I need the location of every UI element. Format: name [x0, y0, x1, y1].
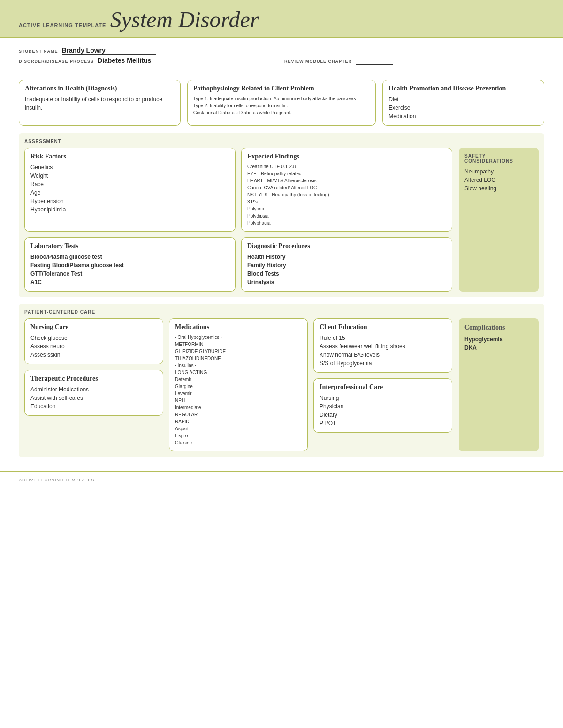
expected-findings-panel: Expected Findings Creatinine CHE 0.1-2.8…: [241, 148, 452, 232]
assessment-section: ASSESSMENT Risk Factors Genetics Weight …: [19, 133, 544, 297]
assessment-grid-area: Risk Factors Genetics Weight Race Age Hy…: [24, 148, 452, 292]
expected-findings-body: Creatinine CHE 0.1-2.8 EYE - Retinopathy…: [247, 163, 446, 226]
student-name-row: STUDENT NAME Brandy Lowry: [19, 46, 544, 55]
assessment-label: ASSESSMENT: [24, 139, 539, 144]
pcc-right-col: Client Education Rule of 15 Assess feet/…: [313, 318, 452, 451]
client-education-title: Client Education: [320, 323, 446, 331]
nursing-care-panel: Nursing Care Check glucose Assess neuro …: [24, 318, 163, 364]
nursing-care-title: Nursing Care: [30, 323, 157, 331]
risk-factors-panel: Risk Factors Genetics Weight Race Age Hy…: [24, 148, 236, 232]
disorder-row: DISORDER/DISEASE PROCESS Diabetes Mellit…: [19, 57, 544, 65]
complications-panel: Complications Hypoglycemia DKA: [459, 318, 539, 451]
pcc-top-row: Nursing Care Check glucose Assess neuro …: [24, 318, 452, 451]
student-name-value: Brandy Lowry: [62, 46, 156, 55]
medications-body: · Oral Hypoglycemics · METFORMIN GLIPIZI…: [175, 334, 302, 446]
assessment-bottom-row: Laboratory Tests Blood/Plasma glucose te…: [24, 237, 452, 292]
expected-findings-title: Expected Findings: [247, 153, 446, 160]
template-label: ACTIVE LEARNING TEMPLATE:: [19, 23, 108, 28]
alterations-panel: Alterations in Health (Diagnosis) Inadeq…: [19, 80, 181, 126]
health-promotion-panel: Health Promotion and Disease Prevention …: [382, 80, 544, 126]
health-promotion-body: Diet Exercise Medication: [388, 95, 538, 120]
pcc-grid-area: Nursing Care Check glucose Assess neuro …: [24, 318, 452, 451]
disorder-value: Diabetes Mellitus: [98, 57, 262, 65]
pcc-label: PATIENT-CENTERED CARE: [24, 309, 539, 315]
interprofessional-body: Nursing Physician Dietary PT/OT: [320, 394, 446, 428]
therapeutic-body: Administer Medications Assist with self-…: [30, 385, 157, 411]
pcc-left-col: Nursing Care Check glucose Assess neuro …: [24, 318, 163, 451]
medications-panel: Medications · Oral Hypoglycemics · METFO…: [169, 318, 308, 451]
student-name-label: STUDENT NAME: [19, 49, 58, 53]
diagnostic-panel: Diagnostic Procedures Health History Fam…: [241, 237, 452, 292]
header: ACTIVE LEARNING TEMPLATE: System Disorde…: [0, 0, 563, 38]
lab-tests-body: Blood/Plasma glucose test Fasting Blood/…: [30, 253, 229, 286]
pathophysiology-panel: Pathophysiology Related to Client Proble…: [187, 80, 376, 126]
medications-title: Medications: [175, 323, 302, 331]
student-info-section: STUDENT NAME Brandy Lowry DISORDER/DISEA…: [0, 38, 563, 72]
main-content: Alterations in Health (Diagnosis) Inadeq…: [0, 72, 563, 471]
alterations-title: Alterations in Health (Diagnosis): [25, 85, 175, 92]
complications-body: Hypoglycemia DKA: [464, 335, 533, 352]
therapeutic-title: Therapeutic Procedures: [30, 375, 157, 383]
lab-tests-title: Laboratory Tests: [30, 242, 229, 250]
footer-text: ACTIVE LEARNING TEMPLATES: [19, 478, 94, 482]
pathophysiology-title: Pathophysiology Related to Client Proble…: [193, 85, 370, 92]
pcc-section: PATIENT-CENTERED CARE Nursing Care Check…: [19, 304, 544, 457]
page-title: System Disorder: [110, 7, 259, 32]
client-education-panel: Client Education Rule of 15 Assess feet/…: [313, 318, 452, 373]
lab-tests-panel: Laboratory Tests Blood/Plasma glucose te…: [24, 237, 236, 292]
safety-body: Neuropathy Altered LOC Slow healing: [464, 167, 533, 193]
pathophysiology-body: Type 1: Inadequate insulin production. A…: [193, 95, 370, 116]
health-promotion-title: Health Promotion and Disease Prevention: [388, 85, 538, 92]
disorder-label: DISORDER/DISEASE PROCESS: [19, 59, 94, 64]
review-label: REVIEW MODULE CHAPTER: [284, 59, 352, 64]
top-boxes-row: Alterations in Health (Diagnosis) Inadeq…: [19, 80, 544, 126]
interprofessional-panel: Interprofessional Care Nursing Physician…: [313, 378, 452, 433]
complications-title: Complications: [464, 324, 533, 331]
alterations-body: Inadequate or Inability of cells to resp…: [25, 95, 175, 112]
diagnostic-body: Health History Family History Blood Test…: [247, 253, 446, 286]
nursing-care-body: Check glucose Assess neuro Asses sskin: [30, 334, 157, 359]
safety-panel: SAFETY CONSIDERATIONS Neuropathy Altered…: [459, 148, 539, 292]
client-education-body: Rule of 15 Assess feet/wear well fitting…: [320, 334, 446, 368]
therapeutic-panel: Therapeutic Procedures Administer Medica…: [24, 370, 163, 416]
pcc-content: Nursing Care Check glucose Assess neuro …: [24, 318, 539, 451]
footer: ACTIVE LEARNING TEMPLATES: [0, 471, 563, 487]
assessment-content: Risk Factors Genetics Weight Race Age Hy…: [24, 148, 539, 292]
review-value: [356, 57, 393, 65]
interprofessional-title: Interprofessional Care: [320, 383, 446, 391]
risk-factors-title: Risk Factors: [30, 153, 229, 160]
assessment-top-row: Risk Factors Genetics Weight Race Age Hy…: [24, 148, 452, 232]
risk-factors-body: Genetics Weight Race Age Hypertension Hy…: [30, 163, 229, 214]
safety-title: SAFETY CONSIDERATIONS: [464, 153, 533, 164]
diagnostic-title: Diagnostic Procedures: [247, 242, 446, 250]
